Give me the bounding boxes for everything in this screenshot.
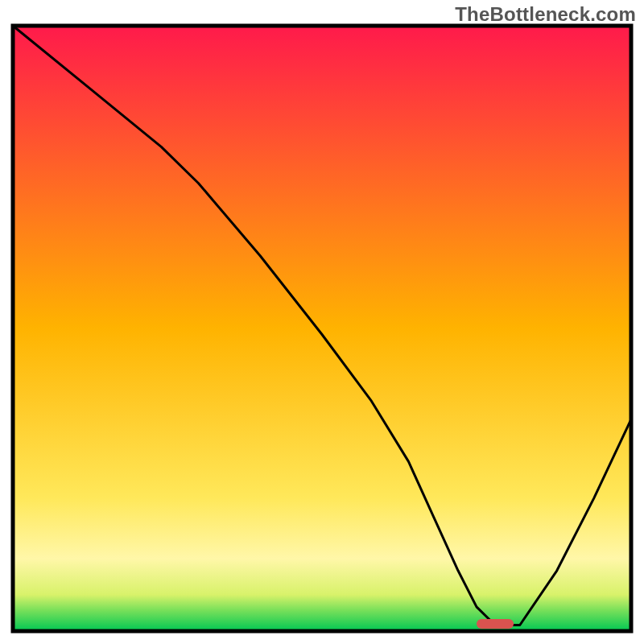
optimal-marker	[477, 619, 514, 629]
chart-frame: TheBottleneck.com	[0, 0, 644, 644]
watermark-text: TheBottleneck.com	[455, 3, 636, 26]
plot-background	[13, 26, 631, 631]
bottleneck-chart	[0, 0, 644, 644]
